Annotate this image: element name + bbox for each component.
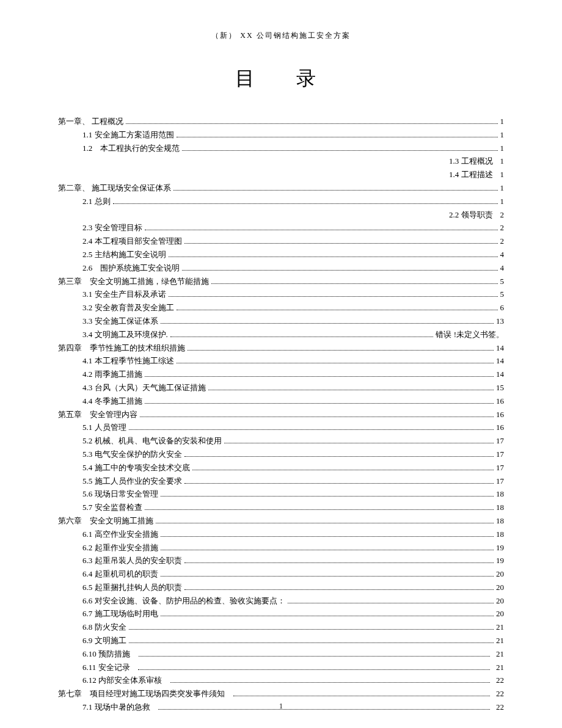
toc-entry: 第一章、 工程概况1 <box>58 115 504 128</box>
toc-leader-dots <box>139 656 490 657</box>
toc-entry-page: 21 <box>496 621 504 634</box>
toc-entry: 6.7 施工现场临时用电20 <box>58 608 504 621</box>
toc-entry-page: 17 <box>496 475 504 488</box>
toc-entry: 4.3 台风（大风）天气施工保证措施15 <box>58 382 504 395</box>
toc-leader-dots <box>145 230 498 230</box>
toc-entry: 3.4 文明施工及环境保护.错误 !未定义书签。 <box>58 329 504 341</box>
toc-entry-label: 6.6 对安全设施、设备、防护用品的检查、验收实施要点： <box>82 595 285 608</box>
toc-leader-dots <box>173 190 497 191</box>
toc-leader-dots <box>145 403 494 404</box>
toc-entry-page: 2 <box>500 235 505 248</box>
toc-entry-page: 18 <box>496 515 504 528</box>
toc-entry: 6.10 预防措施 21 <box>58 648 504 661</box>
toc-entry-page: 15 <box>496 382 504 395</box>
toc-entry-page: 14 <box>496 355 504 368</box>
toc-leader-dots <box>184 456 494 457</box>
toc-leader-dots <box>156 523 494 523</box>
toc-entry: 2.2 领导职责2 <box>58 209 504 222</box>
toc-entry-label: 2.3 安全管理目标 <box>82 222 142 235</box>
toc-entry: 5.4 施工中的专项安全技术交底17 <box>58 462 504 475</box>
toc-entry-page: 17 <box>496 448 504 461</box>
toc-entry-label: 6.4 起重机司机的职责 <box>82 568 158 581</box>
toc-entry-label: 2.2 领导职责 <box>449 209 493 222</box>
toc-entry-page: 2 <box>500 222 505 235</box>
toc-entry-page: 21 <box>496 648 504 661</box>
toc-leader-dots <box>129 642 494 643</box>
toc-entry: 4.1 本工程季节性施工综述14 <box>58 355 504 368</box>
toc-entry-page: 6 <box>500 302 505 315</box>
toc-entry: 第四章 季节性施工的技术组织措施14 <box>58 342 504 355</box>
toc-entry: 3.3 安全施工保证体系13 <box>58 315 504 328</box>
toc-entry-page: 1 <box>500 129 505 142</box>
toc-entry-page: 1 <box>500 155 505 168</box>
toc-entry: 第五章 安全管理内容16 <box>58 409 504 421</box>
toc-entry-page: 20 <box>496 568 504 581</box>
toc-entry-page: 14 <box>496 342 504 355</box>
toc-leader-dots <box>184 243 498 244</box>
toc-entry-page: 19 <box>496 555 504 567</box>
toc-entry-label: 3.4 文明施工及环境保护. <box>82 329 168 341</box>
toc-entry-label: 3.1 安全生产目标及承诺 <box>82 288 166 301</box>
toc-leader-dots <box>145 509 494 510</box>
toc-entry-label: 第七章 项目经理对施工现场四类突发事件须知 <box>58 688 225 701</box>
toc-entry-label: 4.1 本工程季节性施工综述 <box>82 355 174 368</box>
toc-entry-label: 6.3 起重吊装人员的安全职责 <box>82 555 182 567</box>
toc-entry-label: 1.4 工程描述 <box>449 169 493 181</box>
toc-leader-dots <box>126 123 497 124</box>
toc-leader-dots <box>169 296 498 297</box>
toc-entry: 6.4 起重机司机的职责20 <box>58 568 504 581</box>
toc-leader-dots <box>170 337 434 337</box>
toc-entry-label: 6.11 安全记录 <box>82 661 130 674</box>
toc-leader-dots <box>113 203 498 204</box>
toc-entry-label: 5.3 电气安全保护的防火安全 <box>82 448 182 461</box>
toc-entry: 1.4 工程描述1 <box>58 169 504 181</box>
toc-entry: 6.2 起重作业安全措施19 <box>58 542 504 555</box>
toc-entry-label: 1.1 安全施工方案适用范围 <box>82 129 174 142</box>
toc-entry-label: 第五章 安全管理内容 <box>58 409 137 421</box>
toc-leader-dots <box>177 310 498 310</box>
toc-entry-label: 2.4 本工程项目部安全管理图 <box>82 235 182 248</box>
toc-entry: 2.1 总则1 <box>58 195 504 208</box>
toc-entry: 第三章 安全文明施工措施，绿色节能措施5 <box>58 275 504 288</box>
toc-entry-page: 16 <box>496 409 504 421</box>
toc-leader-dots <box>184 562 494 563</box>
toc-entry-label: 3.2 安全教育普及安全施工 <box>82 302 174 315</box>
toc-entry-page: 5 <box>500 288 505 301</box>
toc-entry: 5.2 机械、机具、电气设备的安装和使用17 <box>58 435 504 448</box>
toc-entry: 6.3 起重吊装人员的安全职责19 <box>58 555 504 567</box>
table-of-contents: 第一章、 工程概况11.1 安全施工方案适用范围11.2 本工程执行的安全规范1… <box>58 115 504 714</box>
toc-leader-dots <box>192 470 494 470</box>
toc-leader-dots <box>288 603 494 603</box>
toc-leader-dots <box>182 150 497 151</box>
toc-entry: 1.1 安全施工方案适用范围1 <box>58 129 504 142</box>
toc-entry-label: 2.1 总则 <box>82 195 111 208</box>
toc-entry: 4.2 雨季施工措施14 <box>58 368 504 381</box>
toc-entry: 2.3 安全管理目标2 <box>58 222 504 235</box>
toc-leader-dots <box>161 576 494 577</box>
toc-leader-dots <box>211 283 498 284</box>
toc-entry: 第七章 项目经理对施工现场四类突发事件须知 22 <box>58 688 504 701</box>
toc-entry-page: 20 <box>496 595 504 608</box>
toc-entry-page: 1 <box>500 115 505 128</box>
toc-entry-page: 21 <box>496 661 504 674</box>
toc-entry-page: 错误 !未定义书签。 <box>436 329 504 341</box>
toc-entry-label: 5.2 机械、机具、电气设备的安装和使用 <box>82 435 222 448</box>
toc-entry-label: 3.3 安全施工保证体系 <box>82 315 158 328</box>
toc-entry-label: 1.2 本工程执行的安全规范 <box>82 142 180 155</box>
toc-entry-page: 14 <box>496 368 504 381</box>
toc-entry-page: 18 <box>496 528 504 541</box>
toc-entry-page: 22 <box>496 674 504 687</box>
toc-leader-dots <box>170 682 490 683</box>
toc-leader-dots <box>129 429 494 430</box>
toc-entry-page: 2 <box>500 209 505 222</box>
toc-entry: 5.7 安全监督检查18 <box>58 501 504 514</box>
toc-entry: 5.6 现场日常安全管理18 <box>58 488 504 501</box>
toc-entry-page: 17 <box>496 462 504 475</box>
toc-leader-dots <box>129 629 494 630</box>
toc-leader-dots <box>161 616 494 616</box>
toc-entry: 5.3 电气安全保护的防火安全17 <box>58 448 504 461</box>
toc-entry-label: 2.6 围护系统施工安全说明 <box>82 262 180 275</box>
toc-entry-label: 6.2 起重作业安全措施 <box>82 542 158 555</box>
toc-leader-dots <box>233 696 490 696</box>
toc-entry: 2.5 主结构施工安全说明4 <box>58 249 504 261</box>
